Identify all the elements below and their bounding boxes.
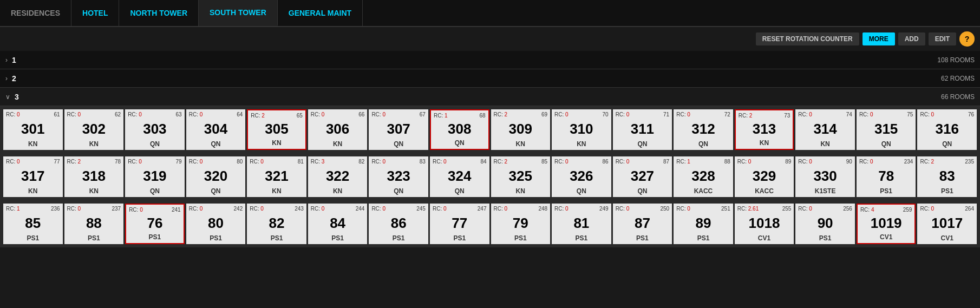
- room-type-306: KN: [311, 140, 365, 148]
- room-rc-83: RC: 2: [920, 159, 934, 165]
- room-card-303[interactable]: RC: 063303QN: [125, 109, 185, 150]
- room-seq-321: 81: [298, 159, 304, 165]
- edit-button[interactable]: EDIT: [929, 32, 956, 45]
- section-3-row[interactable]: ∨ 3 66 ROOMS: [0, 88, 980, 106]
- room-card-320[interactable]: RC: 080320QN: [186, 156, 246, 197]
- room-card-316[interactable]: RC: 076316QN: [917, 109, 977, 150]
- room-card-83[interactable]: RC: 223583PS1: [917, 156, 977, 197]
- room-card-78[interactable]: RC: 023478PS1: [857, 156, 916, 197]
- room-card-315[interactable]: RC: 075315QN: [857, 109, 916, 150]
- room-card-323[interactable]: RC: 083323QN: [369, 156, 428, 197]
- room-rc-326: RC: 0: [554, 159, 569, 165]
- room-card-76[interactable]: RC: 024176PS1: [125, 204, 185, 244]
- tab-hotel[interactable]: HOTEL: [71, 0, 119, 26]
- room-card-81[interactable]: RC: 024981PS1: [552, 204, 611, 244]
- room-card-308[interactable]: RC: 168308QN: [430, 109, 489, 150]
- room-card-86[interactable]: RC: 024586PS1: [369, 204, 428, 244]
- room-rc-301: RC: 0: [6, 112, 20, 117]
- tab-residences[interactable]: RESIDENCES: [0, 0, 71, 26]
- tab-general-maint[interactable]: GENERAL MAINT: [278, 0, 363, 26]
- room-rc-316: RC: 0: [920, 112, 934, 117]
- room-card-80[interactable]: RC: 024280PS1: [186, 204, 246, 244]
- tab-south-tower[interactable]: SOUTH TOWER: [199, 0, 278, 26]
- room-card-325[interactable]: RC: 285325KN: [491, 156, 551, 197]
- room-card-77[interactable]: RC: 024777PS1: [430, 204, 489, 244]
- room-card-1018[interactable]: RC: 2.612551018CV1: [735, 204, 794, 244]
- room-seq-313: 73: [784, 113, 790, 119]
- room-grid-row2: RC: 077317KNRC: 278318KNRC: 079319QNRC: …: [0, 153, 980, 200]
- add-button[interactable]: ADD: [898, 32, 925, 45]
- room-card-326[interactable]: RC: 086326QN: [552, 156, 611, 197]
- room-card-327[interactable]: RC: 087327QN: [613, 156, 672, 197]
- room-card-85[interactable]: RC: 123685PS1: [3, 204, 63, 244]
- room-card-314[interactable]: RC: 074314KN: [795, 109, 855, 150]
- room-type-77: PS1: [433, 234, 487, 242]
- room-seq-319: 79: [176, 159, 182, 165]
- room-rc-307: RC: 0: [371, 112, 386, 117]
- room-card-324[interactable]: RC: 084324QN: [430, 156, 489, 197]
- room-type-81: PS1: [554, 234, 609, 242]
- reset-rotation-counter-button[interactable]: RESET ROTATION COUNTER: [756, 32, 859, 45]
- room-card-306[interactable]: RC: 066306KN: [308, 109, 368, 150]
- room-card-1017[interactable]: RC: 02641017CV1: [917, 204, 977, 244]
- room-card-312[interactable]: RC: 072312QN: [674, 109, 733, 150]
- room-card-90[interactable]: RC: 025690PS1: [795, 204, 855, 244]
- room-card-319[interactable]: RC: 079319QN: [125, 156, 185, 197]
- room-card-82[interactable]: RC: 024382PS1: [247, 204, 306, 244]
- room-card-313[interactable]: RC: 273313KN: [735, 109, 794, 150]
- room-number-88: 88: [67, 216, 121, 230]
- section-2-row[interactable]: › 2 62 ROOMS: [0, 69, 980, 88]
- room-rc-309: RC: 2: [494, 112, 508, 117]
- room-card-318[interactable]: RC: 278318KN: [64, 156, 124, 197]
- room-rc-315: RC: 0: [859, 112, 873, 117]
- room-card-302[interactable]: RC: 062302KN: [64, 109, 124, 150]
- room-type-307: QN: [371, 140, 426, 148]
- room-card-310[interactable]: RC: 070310KN: [552, 109, 611, 150]
- room-rc-76: RC: 0: [129, 207, 143, 213]
- room-rc-84: RC: 0: [311, 206, 325, 212]
- room-seq-312: 72: [724, 112, 730, 117]
- room-number-319: 319: [128, 169, 182, 183]
- room-type-80: PS1: [189, 234, 243, 242]
- room-card-311[interactable]: RC: 071311QN: [613, 109, 672, 150]
- room-card-79[interactable]: RC: 024879PS1: [491, 204, 551, 244]
- room-card-304[interactable]: RC: 064304QN: [186, 109, 246, 150]
- section-1-row[interactable]: › 1 108 ROOMS: [0, 51, 980, 69]
- room-card-307[interactable]: RC: 067307QN: [369, 109, 428, 150]
- room-rc-330: RC: 0: [798, 159, 812, 165]
- room-card-89[interactable]: RC: 025189PS1: [674, 204, 733, 244]
- room-type-76: PS1: [129, 233, 181, 241]
- room-rc-1019: RC: 4: [860, 207, 874, 213]
- room-card-317[interactable]: RC: 077317KN: [3, 156, 63, 197]
- room-card-88[interactable]: RC: 023788PS1: [64, 204, 124, 244]
- room-number-86: 86: [371, 216, 426, 230]
- room-card-329[interactable]: RC: 089329KACC: [735, 156, 794, 197]
- room-number-84: 84: [311, 216, 365, 230]
- room-card-1019[interactable]: RC: 42591019CV1: [857, 204, 916, 244]
- room-seq-86: 245: [416, 206, 426, 212]
- room-card-84[interactable]: RC: 024484PS1: [308, 204, 368, 244]
- room-seq-328: 88: [724, 159, 730, 165]
- room-rc-87: RC: 0: [616, 206, 630, 212]
- room-card-328[interactable]: RC: 188328KACC: [674, 156, 733, 197]
- room-type-320: QN: [189, 187, 243, 195]
- more-button[interactable]: MORE: [863, 32, 895, 45]
- room-card-322[interactable]: RC: 382322KN: [308, 156, 368, 197]
- room-seq-311: 71: [663, 112, 669, 117]
- room-seq-308: 68: [479, 113, 485, 119]
- room-card-309[interactable]: RC: 269309KN: [491, 109, 551, 150]
- help-button[interactable]: ?: [959, 31, 975, 47]
- tab-north-tower[interactable]: NORTH TOWER: [119, 0, 199, 26]
- room-card-305[interactable]: RC: 265305KN: [247, 109, 306, 150]
- room-card-301[interactable]: RC: 061301KN: [3, 109, 63, 150]
- section-3-number: 3: [15, 93, 19, 101]
- room-card-321[interactable]: RC: 081321KN: [247, 156, 306, 197]
- room-rc-305: RC: 2: [251, 113, 265, 119]
- room-card-87[interactable]: RC: 025087PS1: [613, 204, 672, 244]
- room-seq-82: 243: [295, 206, 304, 212]
- room-number-82: 82: [250, 216, 304, 230]
- room-seq-326: 86: [603, 159, 609, 165]
- room-type-85: PS1: [6, 234, 60, 242]
- room-seq-303: 63: [176, 112, 182, 117]
- room-card-330[interactable]: RC: 090330K1STE: [795, 156, 855, 197]
